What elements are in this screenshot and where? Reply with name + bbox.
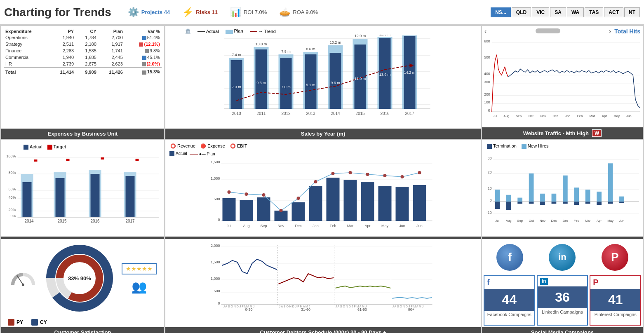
svg-text:Mar: Mar [589,114,595,118]
svg-text:May: May [613,114,620,118]
pi-mascot: P [602,244,628,271]
debtors-content: 2,000 1,500 1,000 500 0 [165,239,481,327]
people-icon: 👥 [132,279,147,294]
svg-text:2016: 2016 [380,111,390,116]
svg-text:0-30: 0-30 [245,307,252,312]
svg-point-123 [245,192,248,196]
svg-text:500: 500 [484,56,490,60]
pi-number: 41 [590,289,640,311]
svg-rect-171 [529,202,534,204]
svg-text:Dec: Dec [552,114,558,118]
state-tas[interactable]: TAS [585,7,603,17]
traffic-scrollbar[interactable] [536,28,560,33]
fb-mascot-icon: f [496,244,523,271]
svg-point-127 [314,180,317,183]
donut-chart: 83% 90% [45,243,115,313]
svg-text:0: 0 [218,301,220,305]
svg-rect-177 [597,202,602,205]
state-tabs: NS... QLD VIC SA WA TAS ACT NT [491,7,640,17]
svg-text:200: 200 [484,92,490,96]
legend-py: PY [8,319,23,326]
projects-metric[interactable]: ⚙️ Projects 44 [128,7,170,18]
svg-text:2015: 2015 [355,111,365,116]
li-mascot-icon: in [549,244,576,271]
svg-rect-91 [66,159,70,161]
svg-text:Sep: Sep [516,114,522,118]
svg-text:12.9 m: 12.9 m [379,35,391,36]
svg-text:2016: 2016 [90,219,100,223]
svg-text:Mar: Mar [585,219,591,223]
row2: Expenditure PY CY Plan Var % Operations … [0,25,644,140]
svg-text:Aug: Aug [506,219,512,223]
svg-text:Jan: Jan [563,219,568,223]
svg-text:100%: 100% [6,154,16,158]
svg-text:100: 100 [484,100,490,104]
svg-rect-159 [529,174,534,202]
svg-rect-88 [34,159,38,162]
svg-rect-165 [597,192,602,202]
traffic-panel: ‹ › Total Hits 600 500 400 300 200 100 0 [482,26,643,139]
csat-legend: PY CY [1,317,164,327]
legend-py-label: PY [16,319,23,325]
traffic-next-btn[interactable]: › [609,28,611,35]
svg-text:60%: 60% [8,187,16,191]
state-act[interactable]: ACT [604,7,623,17]
svg-rect-166 [608,163,613,202]
cy-color [31,319,38,326]
expenditure-title: Expenses by Business Unit [1,129,164,139]
svg-rect-94 [101,157,104,159]
traffic-header: ‹ › Total Hits [483,27,642,36]
csat-panel: 83% 90% ★★★★★ 👥 PY [1,239,164,333]
svg-text:7.8 m: 7.8 m [281,49,291,54]
traffic-chart: 600 500 400 300 200 100 0 [483,36,642,122]
svg-text:J A S O N D J F M A M J: J A S O N D J F M A M J [279,305,310,308]
risks-metric[interactable]: ⚡ Risks 11 [182,7,218,18]
table-row: Operations 1,940 1,784 2,700 51.4% [4,34,162,41]
roi-metric[interactable]: 📊 ROI 7.0% [230,7,267,18]
svg-point-128 [331,172,335,175]
svg-line-192 [17,275,23,285]
expenses-cy-chart: 1,500 1,000 500 0 [167,157,479,233]
state-sa[interactable]: SA [550,7,566,17]
state-vic[interactable]: VIC [532,7,549,17]
fb-number: 44 [484,289,534,311]
svg-text:40%: 40% [8,195,16,199]
li-number: 36 [538,286,588,308]
svg-rect-87 [23,182,32,217]
svg-text:Sep: Sep [517,219,523,223]
svg-text:80%: 80% [8,171,16,175]
svg-text:Jul: Jul [227,224,232,228]
svg-text:30: 30 [488,156,492,160]
state-nt[interactable]: NT [624,7,640,17]
svg-rect-17 [280,58,292,109]
svg-rect-121 [413,185,426,221]
col-var: Var % [125,28,162,34]
svg-text:1,500: 1,500 [211,260,220,264]
svg-rect-172 [540,202,545,205]
sales-panel: 🏛️ Actual Plan → Trend [165,26,481,139]
svg-text:7.4 m: 7.4 m [232,53,241,57]
social-panel: f in P [482,239,643,333]
svg-text:Jul: Jul [495,219,499,223]
state-qld[interactable]: QLD [512,7,531,17]
hires-panel: Termination New Hires 30 20 10 0 -10 [482,140,643,247]
svg-text:2,000: 2,000 [211,244,220,248]
perf-legend: Actual Target [4,143,162,151]
debtors-chart: 2,000 1,500 1,000 500 0 [167,241,479,313]
roa-label: ROA 9.0% [293,9,318,15]
state-ns[interactable]: NS... [491,7,511,17]
roa-metric[interactable]: 🥧 ROA 9.0% [279,7,318,18]
svg-rect-164 [585,190,590,202]
svg-text:Apr: Apr [602,114,607,118]
svg-rect-120 [396,187,409,221]
row3: Actual Target 100% 80% 60% 40% 20% 0% [0,140,644,239]
svg-rect-93 [91,174,100,217]
svg-text:Nov: Nov [277,224,284,228]
svg-text:Jun: Jun [619,219,625,223]
state-wa[interactable]: WA [567,7,584,17]
svg-text:Feb: Feb [577,114,583,118]
svg-text:2012: 2012 [281,111,291,116]
csat-content: 83% 90% ★★★★★ 👥 [1,239,164,317]
svg-text:10.0 m: 10.0 m [256,42,267,46]
hires-chart: 30 20 10 0 -10 [484,150,641,229]
